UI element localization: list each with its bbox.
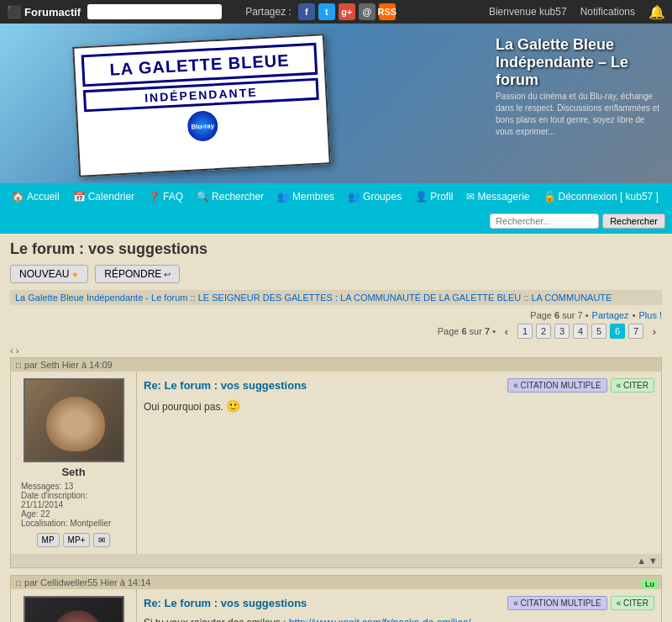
page-next-arrow[interactable]: › — [647, 324, 662, 339]
new-topic-button[interactable]: NOUVEAU ★ — [10, 265, 88, 283]
post-icon-1: □ — [16, 361, 21, 370]
smiley-1: 🙂 — [226, 399, 240, 413]
citer-btn-2[interactable]: « CITER — [611, 596, 654, 610]
star-icon: ★ — [71, 270, 79, 279]
email-button-seth[interactable]: ✉ — [93, 533, 110, 547]
nav-membres-label: Membres — [292, 191, 334, 203]
avatar-cellidweller — [24, 596, 124, 622]
groupes-icon: 👥 — [348, 191, 360, 203]
share-link[interactable]: Partagez — [592, 310, 629, 320]
date-inscription-value: 21/11/2014 — [21, 500, 129, 509]
navbar: 🏠 Accueil 📅 Calendrier ❓ FAQ 🔍 Recherche… — [0, 183, 672, 210]
banner-newspaper: LA GALETTE BLEUE INDÉPENDANTE Blu-ray — [72, 34, 331, 177]
email-icon[interactable]: @ — [359, 3, 375, 20]
post-2-header: □ par Cellidweller55 Hier à 14:14 — [11, 576, 661, 589]
nav-calendrier[interactable]: 📅 Calendrier — [66, 183, 141, 210]
pagination-top: Page 6 sur 7 • Partagez • Plus ! — [10, 308, 662, 322]
action-buttons: NOUVEAU ★ RÉPONDRE ↩ — [10, 265, 662, 283]
citer-btn-1[interactable]: « CITER — [611, 378, 654, 393]
post-2-title-row: Re: Le forum : vos suggestions « CITATIO… — [144, 596, 654, 610]
post-2-action-btns: « CITATION MULTIPLE « CITER — [507, 596, 654, 610]
nav-rechercher[interactable]: 🔍 Rechercher — [190, 183, 270, 210]
reply-label: RÉPONDRE — [104, 268, 161, 280]
nav-calendrier-label: Calendrier — [88, 191, 134, 203]
googleplus-icon[interactable]: g+ — [339, 3, 355, 20]
page-info-2: Page 6 sur 7 • — [438, 326, 496, 336]
banner-title: La Galette Bleue Indépendante – Le forum — [496, 36, 664, 89]
bluray-icon: Blu-ray — [185, 108, 220, 144]
lu-badge: Lu — [642, 579, 658, 589]
reply-button[interactable]: RÉPONDRE ↩ — [95, 265, 180, 283]
post-icon-2: □ — [16, 578, 21, 588]
breadcrumb-home[interactable]: La Galette Bleue Indépendante - Le forum — [15, 293, 187, 303]
nav-messagerie[interactable]: ✉ Messagerie — [459, 183, 536, 210]
rss-icon[interactable]: RSS — [379, 3, 396, 20]
page-3[interactable]: 3 — [554, 324, 570, 339]
nav-deconnexion[interactable]: 🔓 Déconnexion [ kub57 ] — [537, 183, 665, 210]
user-actions-seth: MP MP+ ✉ — [37, 533, 111, 547]
forum-icon: ⬛ — [7, 5, 21, 18]
page-7[interactable]: 7 — [628, 324, 643, 339]
page-prev-arrow[interactable]: ‹ — [499, 324, 514, 339]
post-1: □ par Seth Hier à 14:09 Seth Messages: 1… — [10, 357, 662, 568]
topbar-right: Bienvenue kub57 Notifications 🔔 — [489, 4, 665, 20]
nav-profil[interactable]: 👤 Profil — [408, 183, 459, 210]
nav-membres[interactable]: 👥 Membres — [270, 183, 341, 210]
page-5[interactable]: 5 — [591, 324, 606, 339]
post-2-text: Si tu veux rajouter des smileys : http:/… — [144, 615, 654, 622]
breadcrumb-sep1: :: — [191, 293, 198, 303]
user-stats-seth: Messages: 13 Date d'inscription: 21/11/2… — [18, 482, 129, 528]
messagerie-icon: ✉ — [466, 191, 475, 203]
main-content: Le forum : vos suggestions NOUVEAU ★ RÉP… — [0, 234, 672, 622]
citation-multiple-btn-2[interactable]: « CITATION MULTIPLE — [507, 596, 606, 610]
nav-accueil[interactable]: 🏠 Accueil — [5, 183, 66, 210]
page-6-current[interactable]: 6 — [610, 324, 625, 339]
plus-link[interactable]: Plus ! — [638, 310, 662, 320]
page-1[interactable]: 1 — [517, 324, 533, 339]
post-2-avatar-col: Cellidweller55 — [11, 589, 137, 622]
messages-count: Messages: 13 — [21, 482, 129, 491]
mpplus-button-seth[interactable]: MP+ — [63, 533, 91, 547]
nav-accueil-label: Accueil — [27, 191, 60, 203]
top-search-input[interactable] — [87, 4, 222, 19]
mp-button-seth[interactable]: MP — [37, 533, 60, 547]
nav-faq-label: FAQ — [163, 191, 183, 203]
post-1-content-col: Re: Le forum : vos suggestions « CITATIO… — [137, 372, 661, 554]
main-search-input[interactable] — [490, 213, 599, 229]
username-seth[interactable]: Seth — [61, 466, 85, 478]
notifications-text[interactable]: Notifications — [580, 6, 635, 18]
facebook-icon[interactable]: f — [298, 3, 315, 20]
post-1-footer: ▲ ▼ — [11, 554, 661, 567]
search-button[interactable]: Rechercher — [602, 213, 665, 229]
bullet-sep: • — [633, 310, 636, 320]
home-icon: 🏠 — [12, 191, 24, 203]
profil-icon: 👤 — [415, 191, 428, 203]
post-2-meta: par Cellidweller55 Hier à 14:14 — [24, 577, 150, 588]
nav-profil-label: Profil — [430, 191, 453, 203]
faq-icon: ❓ — [148, 191, 160, 203]
post-1-footer-arrows: ▲ ▼ — [637, 556, 658, 566]
page-info: Page 6 sur 7 • — [530, 310, 588, 320]
avatar-seth — [24, 378, 124, 462]
calendar-icon: 📅 — [73, 191, 86, 203]
notification-icon[interactable]: 🔔 — [648, 4, 665, 20]
page-2[interactable]: 2 — [536, 324, 551, 339]
breadcrumb-seigneur[interactable]: LE SEIGNEUR DES GALETTES : LA COMMUNAUTÉ… — [198, 293, 522, 303]
page-title: Le forum : vos suggestions — [10, 240, 662, 258]
breadcrumb-communaute[interactable]: LA COMMUNAUTE — [531, 293, 612, 303]
date-inscription-label: Date d'inscription: — [21, 491, 129, 500]
searchbar: Rechercher — [0, 210, 672, 234]
post-1-header: □ par Seth Hier à 14:09 — [11, 358, 661, 372]
post-2: Lu □ par Cellidweller55 Hier à 14:14 Cel… — [10, 575, 662, 622]
citation-multiple-btn-1[interactable]: « CITATION MULTIPLE — [507, 378, 606, 393]
page-4[interactable]: 4 — [573, 324, 588, 339]
banner-description: Passion du cinéma et du Blu-ray, échange… — [496, 91, 664, 138]
nav-groupes[interactable]: 👥 Groupes — [341, 183, 408, 210]
post-1-inner: Seth Messages: 13 Date d'inscription: 21… — [11, 372, 661, 554]
post-1-title: Re: Le forum : vos suggestions — [144, 379, 307, 392]
partager-label: Partagez : — [245, 6, 291, 18]
nav-faq[interactable]: ❓ FAQ — [141, 183, 190, 210]
smileys-link[interactable]: http://www.xooit.com/fr/packs-de-smilies… — [289, 617, 471, 622]
twitter-icon[interactable]: t — [318, 3, 335, 20]
post-1-meta: par Seth Hier à 14:09 — [24, 360, 113, 370]
